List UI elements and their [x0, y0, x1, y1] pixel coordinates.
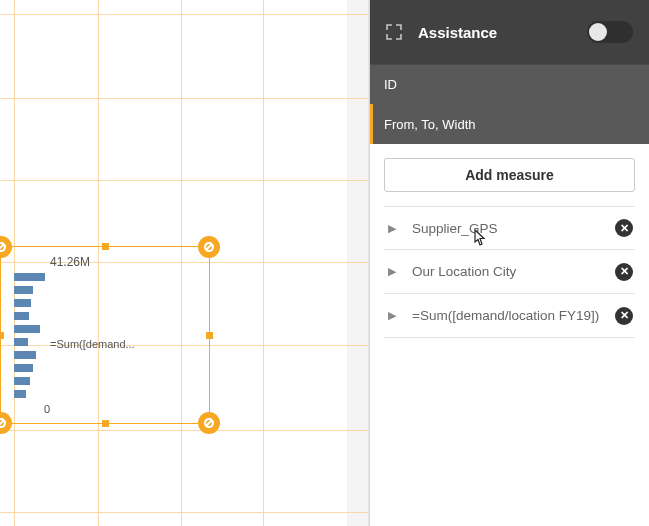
- measure-label: Our Location City: [412, 264, 615, 279]
- measure-row[interactable]: ▶Supplier_GPS✕: [384, 206, 635, 250]
- section-id[interactable]: ID: [370, 64, 649, 104]
- bar: [14, 338, 28, 346]
- bar: [14, 273, 45, 281]
- bar: [14, 364, 33, 372]
- assistance-toggle[interactable]: [587, 21, 633, 43]
- canvas-area[interactable]: 41.26M =Sum([demand... 0: [0, 0, 369, 526]
- remove-measure-button[interactable]: ✕: [615, 307, 633, 325]
- remove-measure-button[interactable]: ✕: [615, 219, 633, 237]
- measure-row[interactable]: ▶Our Location City✕: [384, 250, 635, 294]
- section-from-to-width[interactable]: From, To, Width: [370, 104, 649, 144]
- panel-body: Add measure ▶Supplier_GPS✕▶Our Location …: [370, 144, 649, 338]
- bar: [14, 325, 40, 333]
- measure-row[interactable]: ▶=Sum([demand/location FY19])✕: [384, 294, 635, 338]
- resize-handle-e[interactable]: [206, 332, 213, 339]
- measure-label: Supplier_GPS: [412, 221, 615, 236]
- chevron-right-icon: ▶: [388, 222, 402, 235]
- toggle-knob: [589, 23, 607, 41]
- bar: [14, 377, 30, 385]
- y-axis-max-label: 41.26M: [50, 255, 90, 269]
- properties-panel: Assistance ID From, To, Width Add measur…: [369, 0, 649, 526]
- bar: [14, 390, 26, 398]
- resize-handle-se[interactable]: [198, 412, 220, 434]
- remove-measure-button[interactable]: ✕: [615, 263, 633, 281]
- expand-icon[interactable]: [384, 22, 404, 42]
- bar: [14, 286, 33, 294]
- add-measure-button[interactable]: Add measure: [384, 158, 635, 192]
- bar-series: [14, 273, 45, 403]
- bar-chart[interactable]: 41.26M =Sum([demand... 0: [14, 255, 194, 415]
- measure-list: ▶Supplier_GPS✕▶Our Location City✕▶=Sum([…: [384, 206, 635, 338]
- bar: [14, 351, 36, 359]
- y-axis-min-label: 0: [44, 403, 50, 415]
- bar: [14, 299, 31, 307]
- chevron-right-icon: ▶: [388, 309, 402, 322]
- chevron-right-icon: ▶: [388, 265, 402, 278]
- resize-handle-w[interactable]: [0, 332, 4, 339]
- panel-title: Assistance: [418, 24, 587, 41]
- resize-handle-s[interactable]: [102, 420, 109, 427]
- resize-handle-n[interactable]: [102, 243, 109, 250]
- panel-topbar: Assistance: [370, 0, 649, 64]
- bar: [14, 312, 29, 320]
- series-formula-label: =Sum([demand...: [50, 338, 135, 350]
- resize-handle-ne[interactable]: [198, 236, 220, 258]
- measure-label: =Sum([demand/location FY19]): [412, 308, 615, 323]
- chart-selection-box[interactable]: 41.26M =Sum([demand... 0: [0, 246, 210, 424]
